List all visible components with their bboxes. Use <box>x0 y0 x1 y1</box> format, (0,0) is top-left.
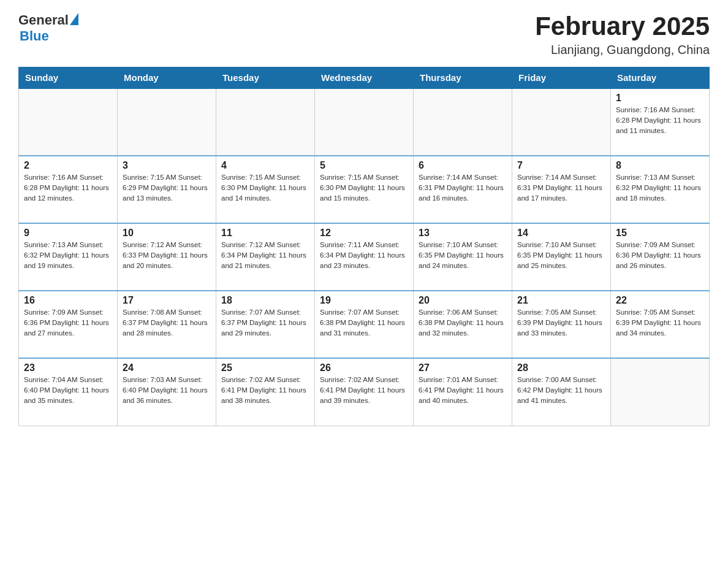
day-info: Sunrise: 7:10 AM Sunset: 6:35 PM Dayligh… <box>419 240 507 270</box>
location-title: Lianjiang, Guangdong, China <box>535 43 710 57</box>
day-cell: 12Sunrise: 7:11 AM Sunset: 6:34 PM Dayli… <box>315 223 414 291</box>
day-cell: 20Sunrise: 7:06 AM Sunset: 6:38 PM Dayli… <box>414 291 512 358</box>
day-cell: 11Sunrise: 7:12 AM Sunset: 6:34 PM Dayli… <box>216 223 315 291</box>
day-number: 2 <box>24 160 112 171</box>
weekday-header-monday: Monday <box>118 67 216 89</box>
day-info: Sunrise: 7:07 AM Sunset: 6:37 PM Dayligh… <box>221 307 309 338</box>
day-cell: 14Sunrise: 7:10 AM Sunset: 6:35 PM Dayli… <box>512 223 611 291</box>
weekday-header-saturday: Saturday <box>611 67 710 89</box>
day-cell: 13Sunrise: 7:10 AM Sunset: 6:35 PM Dayli… <box>414 223 512 291</box>
day-number: 11 <box>221 228 309 239</box>
day-cell: 26Sunrise: 7:02 AM Sunset: 6:41 PM Dayli… <box>315 358 414 426</box>
day-cell: 16Sunrise: 7:09 AM Sunset: 6:36 PM Dayli… <box>19 291 118 358</box>
day-number: 22 <box>616 295 704 306</box>
day-cell: 21Sunrise: 7:05 AM Sunset: 6:39 PM Dayli… <box>512 291 611 358</box>
weekday-header-friday: Friday <box>512 67 611 89</box>
day-number: 8 <box>616 160 704 171</box>
day-cell: 10Sunrise: 7:12 AM Sunset: 6:33 PM Dayli… <box>118 223 216 291</box>
day-number: 16 <box>24 295 112 306</box>
day-info: Sunrise: 7:09 AM Sunset: 6:36 PM Dayligh… <box>616 240 704 270</box>
day-info: Sunrise: 7:05 AM Sunset: 6:39 PM Dayligh… <box>616 307 704 338</box>
day-cell: 24Sunrise: 7:03 AM Sunset: 6:40 PM Dayli… <box>118 358 216 426</box>
day-info: Sunrise: 7:16 AM Sunset: 6:28 PM Dayligh… <box>616 105 704 136</box>
day-info: Sunrise: 7:16 AM Sunset: 6:28 PM Dayligh… <box>24 172 112 203</box>
day-info: Sunrise: 7:02 AM Sunset: 6:41 PM Dayligh… <box>320 375 408 405</box>
logo-triangle-icon <box>70 13 78 25</box>
day-cell <box>315 88 414 156</box>
day-cell: 5Sunrise: 7:15 AM Sunset: 6:30 PM Daylig… <box>315 156 414 223</box>
weekday-header-wednesday: Wednesday <box>315 67 414 89</box>
day-cell: 15Sunrise: 7:09 AM Sunset: 6:36 PM Dayli… <box>611 223 710 291</box>
day-cell: 28Sunrise: 7:00 AM Sunset: 6:42 PM Dayli… <box>512 358 611 426</box>
day-number: 21 <box>517 295 605 306</box>
day-number: 17 <box>123 295 211 306</box>
day-number: 4 <box>221 160 309 171</box>
day-info: Sunrise: 7:00 AM Sunset: 6:42 PM Dayligh… <box>517 375 605 405</box>
day-number: 18 <box>221 295 309 306</box>
day-info: Sunrise: 7:07 AM Sunset: 6:38 PM Dayligh… <box>320 307 408 338</box>
day-number: 27 <box>419 362 507 373</box>
weekday-header-tuesday: Tuesday <box>216 67 315 89</box>
day-cell: 19Sunrise: 7:07 AM Sunset: 6:38 PM Dayli… <box>315 291 414 358</box>
day-cell <box>118 88 216 156</box>
day-cell: 6Sunrise: 7:14 AM Sunset: 6:31 PM Daylig… <box>414 156 512 223</box>
day-info: Sunrise: 7:05 AM Sunset: 6:39 PM Dayligh… <box>517 307 605 338</box>
weekday-header-sunday: Sunday <box>19 67 118 89</box>
day-number: 14 <box>517 228 605 239</box>
day-info: Sunrise: 7:01 AM Sunset: 6:41 PM Dayligh… <box>419 375 507 405</box>
day-info: Sunrise: 7:15 AM Sunset: 6:29 PM Dayligh… <box>123 172 211 203</box>
day-cell <box>216 88 315 156</box>
day-number: 5 <box>320 160 408 171</box>
day-number: 13 <box>419 228 507 239</box>
day-cell: 18Sunrise: 7:07 AM Sunset: 6:37 PM Dayli… <box>216 291 315 358</box>
week-row-4: 16Sunrise: 7:09 AM Sunset: 6:36 PM Dayli… <box>19 291 710 358</box>
day-cell: 22Sunrise: 7:05 AM Sunset: 6:39 PM Dayli… <box>611 291 710 358</box>
day-cell: 2Sunrise: 7:16 AM Sunset: 6:28 PM Daylig… <box>19 156 118 223</box>
logo-blue-text: Blue <box>20 28 49 44</box>
day-info: Sunrise: 7:08 AM Sunset: 6:37 PM Dayligh… <box>123 307 211 338</box>
week-row-1: 1Sunrise: 7:16 AM Sunset: 6:28 PM Daylig… <box>19 88 710 156</box>
day-cell: 3Sunrise: 7:15 AM Sunset: 6:29 PM Daylig… <box>118 156 216 223</box>
day-cell: 4Sunrise: 7:15 AM Sunset: 6:30 PM Daylig… <box>216 156 315 223</box>
day-cell: 7Sunrise: 7:14 AM Sunset: 6:31 PM Daylig… <box>512 156 611 223</box>
month-title: February 2025 <box>535 12 710 40</box>
header-right: February 2025 Lianjiang, Guangdong, Chin… <box>535 12 710 57</box>
day-info: Sunrise: 7:12 AM Sunset: 6:33 PM Dayligh… <box>123 240 211 270</box>
day-info: Sunrise: 7:03 AM Sunset: 6:40 PM Dayligh… <box>123 375 211 405</box>
week-row-5: 23Sunrise: 7:04 AM Sunset: 6:40 PM Dayli… <box>19 358 710 426</box>
day-info: Sunrise: 7:04 AM Sunset: 6:40 PM Dayligh… <box>24 375 112 405</box>
day-cell <box>611 358 710 426</box>
day-cell: 9Sunrise: 7:13 AM Sunset: 6:32 PM Daylig… <box>19 223 118 291</box>
day-info: Sunrise: 7:11 AM Sunset: 6:34 PM Dayligh… <box>320 240 408 270</box>
day-number: 26 <box>320 362 408 373</box>
day-number: 1 <box>616 93 704 104</box>
day-cell <box>512 88 611 156</box>
week-row-3: 9Sunrise: 7:13 AM Sunset: 6:32 PM Daylig… <box>19 223 710 291</box>
day-number: 10 <box>123 228 211 239</box>
day-cell: 8Sunrise: 7:13 AM Sunset: 6:32 PM Daylig… <box>611 156 710 223</box>
day-cell: 27Sunrise: 7:01 AM Sunset: 6:41 PM Dayli… <box>414 358 512 426</box>
day-cell <box>414 88 512 156</box>
day-info: Sunrise: 7:15 AM Sunset: 6:30 PM Dayligh… <box>221 172 309 203</box>
logo-general-text: General <box>18 12 69 28</box>
weekday-header-row: SundayMondayTuesdayWednesdayThursdayFrid… <box>19 67 710 89</box>
day-number: 20 <box>419 295 507 306</box>
day-info: Sunrise: 7:14 AM Sunset: 6:31 PM Dayligh… <box>517 172 605 203</box>
day-number: 3 <box>123 160 211 171</box>
day-cell: 25Sunrise: 7:02 AM Sunset: 6:41 PM Dayli… <box>216 358 315 426</box>
day-info: Sunrise: 7:13 AM Sunset: 6:32 PM Dayligh… <box>616 172 704 203</box>
day-number: 9 <box>24 228 112 239</box>
day-number: 6 <box>419 160 507 171</box>
day-number: 23 <box>24 362 112 373</box>
weekday-header-thursday: Thursday <box>414 67 512 89</box>
day-info: Sunrise: 7:14 AM Sunset: 6:31 PM Dayligh… <box>419 172 507 203</box>
day-cell: 23Sunrise: 7:04 AM Sunset: 6:40 PM Dayli… <box>19 358 118 426</box>
day-number: 24 <box>123 362 211 373</box>
day-number: 12 <box>320 228 408 239</box>
day-number: 28 <box>517 362 605 373</box>
day-info: Sunrise: 7:13 AM Sunset: 6:32 PM Dayligh… <box>24 240 112 270</box>
day-info: Sunrise: 7:06 AM Sunset: 6:38 PM Dayligh… <box>419 307 507 338</box>
day-info: Sunrise: 7:10 AM Sunset: 6:35 PM Dayligh… <box>517 240 605 270</box>
day-cell: 1Sunrise: 7:16 AM Sunset: 6:28 PM Daylig… <box>611 88 710 156</box>
week-row-2: 2Sunrise: 7:16 AM Sunset: 6:28 PM Daylig… <box>19 156 710 223</box>
